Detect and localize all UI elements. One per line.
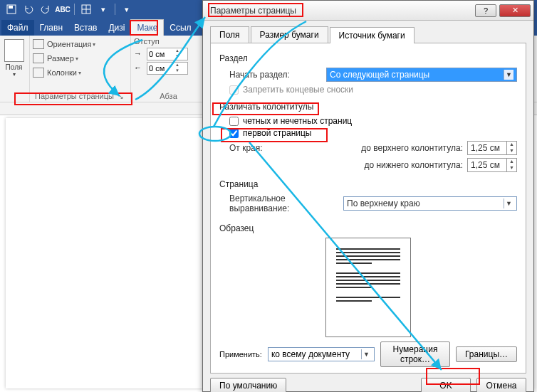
indent-left[interactable]: → ▲▼: [134, 47, 203, 61]
group-margins: Поля ▾: [0, 36, 30, 102]
ok-button[interactable]: OK: [421, 378, 471, 392]
valign-select[interactable]: По верхнему краю ▼: [343, 196, 517, 211]
margins-label: Поля: [6, 63, 23, 71]
dialog-titlebar: Параметры страницы ? ✕: [203, 1, 533, 21]
preview-box: [325, 238, 411, 337]
odd-even-label: четных и нечетных страниц: [243, 116, 352, 126]
suppress-endnotes-check[interactable]: Запретить концевые сноски: [219, 85, 517, 95]
valign-label: Вертикальное выравнивание:: [219, 194, 343, 213]
columns-icon: [33, 68, 44, 78]
section-heading: Раздел: [219, 53, 517, 63]
start-section-label: Начать раздел:: [219, 70, 326, 80]
footer-distance-value[interactable]: 1,25 см: [467, 158, 507, 172]
save-icon[interactable]: [4, 2, 19, 16]
indent-left-icon: →: [134, 49, 144, 59]
margins-icon: [4, 39, 24, 62]
chevron-down-icon[interactable]: ▼: [504, 198, 513, 208]
page-size-icon: [33, 53, 44, 63]
dialog-title: Параметры страницы: [203, 6, 296, 16]
table-icon[interactable]: [79, 2, 93, 16]
close-button[interactable]: ✕: [499, 4, 531, 17]
defaults-button[interactable]: По умолчанию: [210, 378, 286, 392]
chevron-down-icon[interactable]: ▼: [361, 349, 371, 359]
footer-distance[interactable]: 1,25 см ▲▼: [467, 158, 517, 172]
customize-qat-icon[interactable]: ▾: [120, 2, 134, 16]
svg-rect-1: [9, 6, 13, 9]
columns-button[interactable]: Колонки▾: [33, 65, 126, 80]
chevron-down-icon[interactable]: ▼: [504, 70, 513, 80]
page-setup-group-title: Параметры страницы↘: [33, 90, 126, 100]
suppress-endnotes-checkbox: [229, 85, 239, 95]
redo-icon[interactable]: [38, 2, 53, 16]
size-label: Размер: [47, 54, 74, 63]
odd-even-checkbox[interactable]: [229, 117, 239, 126]
page-heading: Страница: [219, 179, 517, 189]
more-icon[interactable]: ▾: [96, 2, 110, 16]
columns-label: Колонки: [47, 68, 77, 77]
indent-left-input[interactable]: [147, 48, 173, 60]
line-numbers-button[interactable]: Нумерация строк…: [380, 341, 450, 367]
tab-insert[interactable]: Встав: [68, 20, 103, 36]
tab-layout[interactable]: Маке: [130, 19, 164, 36]
header-distance-value[interactable]: 1,25 см: [467, 141, 507, 155]
first-page-check[interactable]: первой страницы: [219, 128, 517, 138]
orientation-label: Ориентация: [47, 40, 91, 48]
tab-paper-size[interactable]: Размер бумаги: [251, 26, 328, 43]
page-setup-dialog: Параметры страницы ? ✕ Поля Размер бумаг…: [202, 0, 534, 392]
group-page-setup: Ориентация▾ Размер▾ Колонки▾ Параметры с…: [30, 36, 131, 102]
apply-value: ко всему документу: [271, 349, 350, 359]
orientation-icon: [33, 39, 44, 49]
tab-paper-source[interactable]: Источник бумаги: [330, 27, 415, 43]
suppress-endnotes-label: Запретить концевые сноски: [243, 85, 353, 95]
tab-references[interactable]: Ссыл: [164, 20, 197, 36]
orientation-button[interactable]: Ориентация▾: [33, 37, 126, 51]
dialog-footer: По умолчанию OK Отмена: [203, 378, 533, 392]
cancel-button[interactable]: Отмена: [476, 378, 526, 392]
indent-right[interactable]: ← ▲▼: [134, 61, 203, 75]
dialog-tabs: Поля Размер бумаги Источник бумаги: [203, 21, 533, 43]
borders-button[interactable]: Границы…: [456, 346, 517, 362]
page-setup-launcher[interactable]: ↘: [118, 93, 124, 100]
valign-value: По верхнему краю: [347, 198, 420, 208]
stepper-down-icon[interactable]: ▼: [507, 165, 516, 171]
first-page-checkbox[interactable]: [229, 129, 239, 138]
stepper-down-icon[interactable]: ▼: [173, 54, 182, 60]
from-edge-label: От края:: [219, 143, 326, 153]
indent-right-icon: ←: [134, 63, 144, 73]
to-footer-label: до нижнего колонтитула:: [326, 160, 467, 170]
apply-label: Применить:: [219, 350, 262, 359]
stepper-down-icon[interactable]: ▼: [173, 68, 182, 74]
margins-button[interactable]: Поля ▾: [1, 37, 27, 80]
tab-file[interactable]: Файл: [1, 20, 34, 36]
stepper-up-icon[interactable]: ▲: [507, 142, 516, 148]
preview-heading: Образец: [219, 223, 517, 233]
document-page: [6, 118, 205, 388]
stepper-up-icon[interactable]: ▲: [173, 63, 182, 68]
spellcheck-icon[interactable]: ABC: [56, 2, 70, 16]
indent-right-input[interactable]: [147, 63, 173, 74]
start-section-value: Со следующей страницы: [330, 70, 429, 80]
odd-even-check[interactable]: четных и нечетных страниц: [219, 116, 517, 126]
stepper-up-icon[interactable]: ▲: [173, 48, 182, 54]
to-header-label: до верхнего колонтитула:: [326, 143, 467, 153]
tab-home[interactable]: Главн: [34, 20, 69, 36]
group-paragraph: Отступ → ▲▼ ← ▲▼ Абза: [131, 36, 208, 102]
stepper-down-icon[interactable]: ▼: [507, 148, 516, 154]
dialog-body: Раздел Начать раздел: Со следующей стран…: [210, 43, 526, 374]
help-button[interactable]: ?: [475, 4, 496, 17]
first-page-label: первой страницы: [243, 128, 311, 138]
headers-heading: Различать колонтитулы: [219, 102, 517, 112]
tab-design[interactable]: Дизі: [103, 20, 130, 36]
stepper-up-icon[interactable]: ▲: [507, 159, 516, 165]
start-section-select[interactable]: Со следующей страницы ▼: [326, 68, 517, 82]
apply-select[interactable]: ко всему документу ▼: [268, 347, 375, 361]
tab-fields[interactable]: Поля: [210, 26, 249, 43]
size-button[interactable]: Размер▾: [33, 51, 126, 65]
paragraph-group-title: Абза: [134, 90, 203, 100]
indent-heading: Отступ: [134, 37, 203, 47]
header-distance[interactable]: 1,25 см ▲▼: [467, 141, 517, 155]
undo-icon[interactable]: [21, 2, 36, 16]
